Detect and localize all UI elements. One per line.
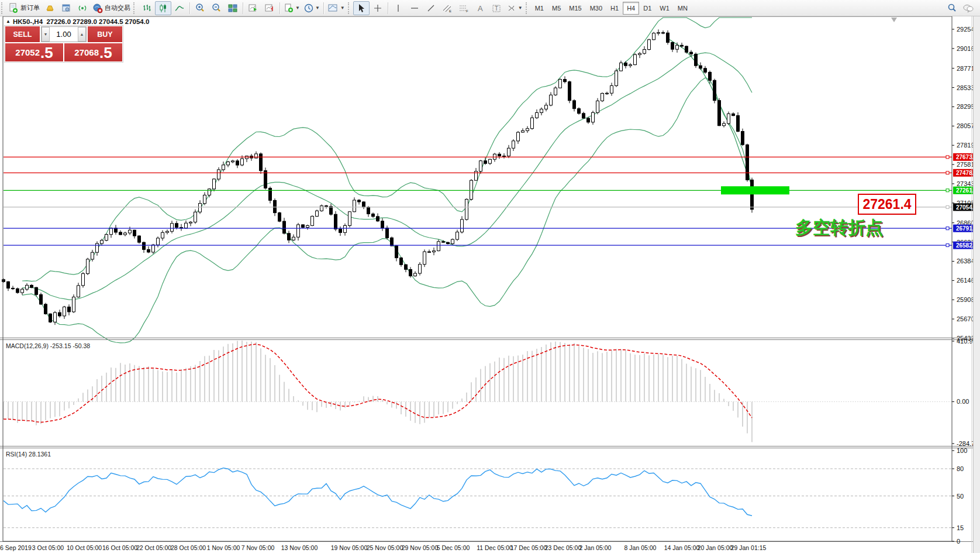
time-axis-label: 17 Dec 05:00	[510, 544, 547, 551]
signals-button[interactable]	[74, 1, 91, 15]
zoom-in-icon	[195, 3, 205, 13]
buy-price[interactable]: 27068.5	[64, 43, 122, 61]
candle	[620, 63, 623, 71]
candle	[16, 288, 19, 293]
candle	[82, 274, 85, 286]
sell-price[interactable]: 27052.5	[5, 43, 63, 61]
tab-h4[interactable]: H4	[623, 2, 639, 15]
candle	[161, 232, 164, 238]
chart-shift-button[interactable]	[261, 1, 278, 15]
candle	[442, 242, 445, 242]
fibonacci-tool[interactable]: F	[456, 1, 472, 15]
new-order-button[interactable]: 新订单	[6, 1, 42, 15]
tab-h1[interactable]: H1	[606, 2, 623, 15]
horizontal-line-tool[interactable]	[406, 1, 423, 15]
collapse-panel-icon[interactable]: ▲	[6, 19, 11, 24]
candle	[54, 312, 57, 322]
line-handle	[946, 227, 949, 230]
depth-of-market-button[interactable]	[58, 1, 74, 15]
templates-icon	[327, 3, 339, 13]
auto-trading-button[interactable]: 自动交易	[91, 1, 132, 15]
trendline-tool[interactable]	[423, 1, 439, 15]
fibonacci-icon: F	[458, 4, 469, 13]
search-button[interactable]	[944, 1, 960, 15]
tile-windows-button[interactable]	[225, 1, 241, 15]
vertical-line-tool[interactable]	[390, 1, 406, 15]
candle	[49, 314, 52, 322]
candle	[91, 252, 94, 259]
crosshair-tool-button[interactable]	[370, 1, 386, 15]
candle	[381, 221, 384, 228]
tab-m15[interactable]: M15	[565, 2, 585, 15]
chat-button[interactable]	[960, 1, 976, 15]
search-icon	[947, 3, 957, 13]
candle	[30, 285, 33, 287]
candle	[391, 238, 394, 246]
candle	[629, 65, 632, 66]
zoom-in-button[interactable]	[192, 1, 208, 15]
rsi-axis-tick: 15	[957, 524, 964, 531]
chart-shot-button[interactable]	[42, 1, 58, 15]
time-axis-label: 26 Sep 2019	[0, 544, 32, 551]
sell-price-frac: .5	[40, 45, 53, 60]
candle	[676, 45, 679, 49]
candle	[325, 206, 328, 207]
channel-tool[interactable]: E	[439, 1, 456, 15]
candle	[105, 235, 108, 241]
tab-m1[interactable]: M1	[531, 2, 548, 15]
arrows-tool[interactable]: ▼	[505, 1, 524, 15]
line-chart-button[interactable]	[171, 1, 188, 15]
bollinger-lower-band	[22, 78, 752, 343]
text-tool[interactable]: A	[472, 1, 488, 15]
candle	[218, 170, 220, 179]
svg-text:A: A	[478, 4, 483, 13]
volume-increase-button[interactable]: ▲	[78, 27, 86, 42]
auto-scroll-button[interactable]	[245, 1, 261, 15]
candle	[241, 159, 244, 165]
candle	[124, 233, 127, 235]
templates-button[interactable]: ▼	[326, 1, 347, 15]
text-label-tool[interactable]: T	[488, 1, 505, 15]
tab-mn[interactable]: MN	[674, 2, 692, 15]
volume-input[interactable]	[50, 29, 78, 39]
candle	[311, 217, 314, 226]
tab-m30[interactable]: M30	[586, 2, 606, 15]
price-callout[interactable]: 27261.4	[858, 194, 916, 215]
candle	[278, 213, 281, 222]
profiles-button[interactable]: ▼	[302, 1, 322, 15]
candle	[138, 236, 141, 242]
candle	[709, 72, 712, 80]
note-text[interactable]: 多空转折点	[795, 216, 883, 240]
tab-m5[interactable]: M5	[548, 2, 565, 15]
tab-w1[interactable]: W1	[655, 2, 674, 15]
candle	[503, 156, 506, 157]
candle	[363, 202, 365, 207]
candle	[302, 225, 305, 228]
sell-button[interactable]: SELL	[5, 26, 40, 42]
candle	[512, 141, 515, 148]
candle	[624, 63, 627, 66]
volume-decrease-button[interactable]: ▼	[42, 27, 50, 42]
candle	[133, 230, 136, 236]
candle	[751, 180, 754, 209]
candle	[606, 93, 609, 94]
indicators-button[interactable]: ▼	[282, 1, 302, 15]
tile-windows-icon	[227, 3, 238, 13]
buy-button[interactable]: BUY	[88, 26, 122, 42]
candle	[348, 212, 351, 226]
bar-chart-button[interactable]	[139, 1, 155, 15]
candle	[344, 226, 347, 233]
candle	[213, 179, 216, 189]
candlestick-chart-button[interactable]	[155, 1, 171, 15]
time-axis-label: 28 Oct 05:00	[171, 544, 206, 551]
tab-d1[interactable]: D1	[639, 2, 655, 15]
toolbar-separator	[243, 2, 243, 14]
candle	[157, 238, 160, 245]
one-click-trading-panel: SELL ▼ ▲ BUY 27052.5 27068.5	[5, 26, 123, 62]
zoom-out-button[interactable]	[208, 1, 225, 15]
candle	[662, 33, 665, 33]
chart-window[interactable]: 29254.029016.028771.028533.028295.028057…	[0, 16, 980, 553]
candle	[147, 249, 150, 252]
candle	[643, 50, 646, 54]
cursor-tool-button[interactable]	[353, 1, 370, 15]
